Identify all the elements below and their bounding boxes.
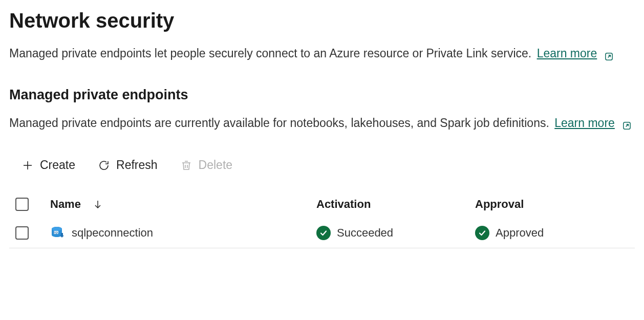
- toolbar: Create Refresh Delete: [9, 158, 635, 172]
- plus-icon: [22, 159, 34, 172]
- learn-more-link-page[interactable]: Learn more: [537, 45, 614, 62]
- open-new-icon: [604, 49, 614, 58]
- table-header-row: Name Activation Approval: [9, 191, 635, 218]
- refresh-icon: [98, 159, 110, 172]
- page-description: Managed private endpoints let people sec…: [9, 45, 635, 62]
- header-activation[interactable]: Activation: [316, 198, 475, 211]
- row-activation-cell: Succeeded: [316, 226, 475, 240]
- header-name[interactable]: Name: [50, 198, 316, 211]
- section-title: Managed private endpoints: [9, 87, 635, 103]
- header-activation-label: Activation: [316, 198, 371, 211]
- svg-rect-9: [61, 233, 63, 237]
- select-all-checkbox[interactable]: [15, 198, 29, 211]
- row-checkbox[interactable]: [15, 226, 29, 240]
- table-row: SQL sqlpeconnection Succeeded Approved: [9, 218, 635, 248]
- svg-text:SQL: SQL: [53, 231, 58, 234]
- check-icon: [475, 226, 489, 240]
- row-activation: Succeeded: [337, 226, 393, 240]
- section-description-text: Managed private endpoints are currently …: [9, 116, 549, 130]
- create-button-label: Create: [40, 158, 75, 172]
- header-approval-label: Approval: [475, 198, 524, 211]
- row-name: sqlpeconnection: [72, 226, 153, 240]
- learn-more-link-section[interactable]: Learn more: [554, 114, 632, 132]
- sort-arrow-down-icon: [93, 200, 102, 209]
- section-description: Managed private endpoints are currently …: [9, 114, 635, 132]
- row-checkbox-cell: [9, 226, 50, 240]
- refresh-button[interactable]: Refresh: [98, 158, 158, 172]
- row-name-cell[interactable]: SQL sqlpeconnection: [50, 225, 316, 241]
- learn-more-link-label: Learn more: [537, 45, 597, 62]
- trash-icon: [180, 159, 192, 172]
- sql-database-icon: SQL: [50, 225, 66, 241]
- create-button[interactable]: Create: [22, 158, 75, 172]
- learn-more-link-section-label: Learn more: [554, 114, 615, 132]
- delete-button: Delete: [180, 158, 232, 172]
- row-approval: Approved: [496, 226, 544, 240]
- svg-point-6: [52, 227, 62, 231]
- row-approval-cell: Approved: [475, 226, 635, 240]
- check-icon: [316, 226, 331, 240]
- page-title: Network security: [9, 9, 635, 32]
- header-approval[interactable]: Approval: [475, 198, 635, 211]
- page-description-text: Managed private endpoints let people sec…: [9, 47, 531, 60]
- refresh-button-label: Refresh: [116, 158, 158, 172]
- open-new-icon: [622, 118, 632, 127]
- delete-button-label: Delete: [199, 158, 232, 172]
- header-name-label: Name: [50, 198, 81, 211]
- endpoints-table: Name Activation Approval: [9, 191, 635, 248]
- header-checkbox-cell: [9, 198, 50, 211]
